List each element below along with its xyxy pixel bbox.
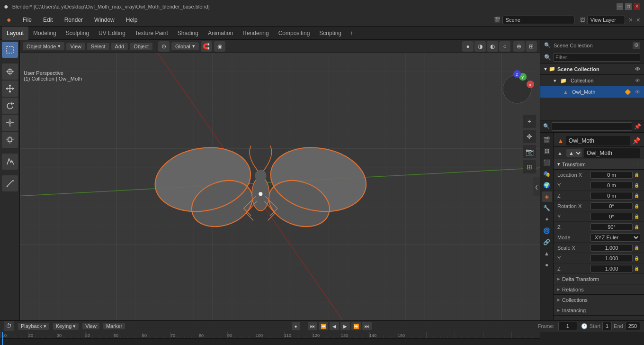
pan-button[interactable]: ✥: [523, 130, 536, 143]
view-menu-timeline-button[interactable]: View: [82, 323, 99, 329]
jump-back-button[interactable]: ⏪: [319, 322, 328, 330]
pin-object-icon[interactable]: 📌: [632, 137, 640, 145]
properties-search-input[interactable]: [552, 122, 632, 131]
rotation-mode-select[interactable]: XYZ Euler: [590, 233, 640, 242]
object-mode-dropdown[interactable]: Object Mode ▾: [23, 42, 64, 50]
location-y-lock-icon[interactable]: 🔒: [633, 183, 640, 188]
view-layer-selector[interactable]: [587, 16, 625, 24]
location-x-lock-icon[interactable]: 🔒: [633, 172, 640, 177]
select-menu-button[interactable]: Select: [87, 43, 109, 50]
data-type-dropdown[interactable]: ▲: [566, 149, 582, 157]
measure-tool-button[interactable]: [2, 175, 18, 191]
rotation-y-lock-icon[interactable]: 🔒: [633, 214, 640, 219]
scene-collection-row[interactable]: ▾ 📁 Scene Collection 👁: [540, 64, 644, 75]
object-menu-button[interactable]: Object: [130, 43, 152, 50]
move-tool-button[interactable]: [2, 81, 18, 97]
timeline-body[interactable]: 10 20 30 40 50 60 70 80 90 100 110 120 1…: [0, 332, 644, 345]
location-x-value[interactable]: 0 m: [590, 171, 633, 179]
add-workspace-button[interactable]: +: [346, 30, 357, 36]
scale-x-lock-icon[interactable]: 🔒: [633, 245, 640, 250]
tab-layout[interactable]: Layout: [2, 27, 28, 40]
outliner-owl-moth-item[interactable]: ▲ Owl_Moth 🔶 👁: [540, 86, 644, 98]
transform-space-button[interactable]: Global ▾: [171, 42, 199, 50]
delta-transform-section[interactable]: ▸ Delta Transform: [554, 274, 644, 284]
play-indicator-button[interactable]: ●: [292, 322, 300, 330]
scale-tool-button[interactable]: [2, 115, 18, 131]
maximize-button[interactable]: □: [625, 3, 632, 10]
material-properties-icon[interactable]: ●: [542, 260, 552, 270]
zoom-in-button[interactable]: +: [523, 115, 536, 128]
viewport-shading-rendered[interactable]: ◐: [487, 41, 498, 52]
tab-texture-paint[interactable]: Texture Paint: [130, 27, 173, 40]
outliner-filter-button[interactable]: ⚙: [633, 42, 640, 49]
viewport-collapse-button[interactable]: ❮: [533, 177, 540, 196]
viewport-overlays-button[interactable]: ⊕: [513, 41, 525, 52]
rotation-x-lock-icon[interactable]: 🔒: [633, 204, 640, 209]
collections-section[interactable]: ▸ Collections: [554, 295, 644, 305]
tab-shading[interactable]: Shading: [173, 27, 203, 40]
keying-menu-button[interactable]: Keying ▾: [53, 323, 79, 330]
pin-icon[interactable]: 📌: [634, 123, 641, 130]
minimize-button[interactable]: —: [617, 3, 623, 10]
jump-start-button[interactable]: ⏮: [308, 322, 317, 330]
render-properties-icon[interactable]: 🎬: [542, 135, 552, 145]
physics-properties-icon[interactable]: 🌀: [542, 226, 552, 236]
data-properties-icon[interactable]: ▲: [542, 248, 552, 259]
outliner-collection-item[interactable]: ▾ 📁 Collection 👁: [540, 75, 644, 86]
play-button[interactable]: ▶: [340, 322, 350, 330]
viewport-shading-material[interactable]: ◑: [474, 41, 486, 52]
close-button[interactable]: ×: [634, 3, 640, 10]
collection-eye-icon[interactable]: 👁: [635, 78, 640, 83]
menu-help[interactable]: Help: [123, 16, 141, 24]
viewport[interactable]: Object Mode ▾ View Select Add Object ⊙ G…: [20, 40, 540, 320]
rotation-y-value[interactable]: 0°: [590, 213, 633, 220]
data-name-input[interactable]: [584, 148, 640, 158]
object-properties-icon[interactable]: ◈: [542, 191, 552, 202]
tab-sculpting[interactable]: Sculpting: [61, 27, 94, 40]
tab-scripting[interactable]: Scripting: [314, 27, 346, 40]
rotation-z-value[interactable]: 90°: [590, 223, 633, 231]
marker-menu-button[interactable]: Marker: [103, 323, 125, 329]
tab-animation[interactable]: Animation: [203, 27, 238, 40]
output-properties-icon[interactable]: 🖼: [542, 146, 552, 156]
object-name-input[interactable]: [566, 136, 630, 145]
location-z-lock-icon[interactable]: 🔒: [633, 193, 640, 198]
menu-blender[interactable]: ●: [4, 15, 14, 25]
viewport-shading-wire[interactable]: ○: [499, 41, 510, 52]
snapping-icon[interactable]: 🧲: [201, 41, 212, 52]
location-y-value[interactable]: 0 m: [590, 182, 633, 189]
cursor-tool-button[interactable]: [2, 64, 18, 80]
world-properties-icon[interactable]: 🌍: [542, 180, 552, 191]
select-tool-button[interactable]: [2, 42, 18, 58]
scene-collection-eye-icon[interactable]: 👁: [635, 66, 640, 72]
transform-options-icon[interactable]: ⋮⋮: [631, 162, 640, 167]
jump-forward-button[interactable]: ⏩: [351, 322, 361, 330]
menu-window[interactable]: Window: [91, 16, 117, 24]
tab-uv-editing[interactable]: UV Editing: [94, 27, 130, 40]
scale-z-lock-icon[interactable]: 🔒: [633, 266, 640, 271]
playhead[interactable]: [2, 332, 3, 345]
relations-section[interactable]: ▸ Relations: [554, 284, 644, 295]
tab-modeling[interactable]: Modeling: [28, 27, 61, 40]
end-frame-input[interactable]: 250: [625, 322, 640, 330]
jump-end-button[interactable]: ⏭: [362, 322, 372, 330]
location-z-value[interactable]: 0 m: [590, 192, 633, 200]
viewport-canvas[interactable]: User Perspective (1) Collection | Owl_Mo…: [20, 53, 540, 320]
playback-menu-button[interactable]: Playback ▾: [18, 323, 49, 330]
constraints-icon[interactable]: 🔗: [542, 237, 552, 247]
particle-properties-icon[interactable]: ✦: [542, 214, 552, 225]
viewport-shading-solid[interactable]: ●: [462, 41, 474, 52]
transform-tool-button[interactable]: [2, 132, 18, 148]
menu-render[interactable]: Render: [62, 16, 86, 24]
rotation-x-value[interactable]: 0°: [590, 202, 633, 210]
viewport-lock-button[interactable]: ⊞: [523, 160, 536, 173]
current-frame-display[interactable]: 1: [558, 322, 577, 330]
view-menu-button[interactable]: View: [66, 43, 85, 50]
camera-view-button[interactable]: 📷: [523, 145, 536, 158]
instancing-section[interactable]: ▸ Instancing: [554, 305, 644, 316]
scale-y-value[interactable]: 1.000: [590, 254, 633, 262]
gizmo-button[interactable]: ⊞: [526, 41, 537, 52]
transform-section-header[interactable]: ▾ Transform ⋮⋮: [554, 159, 644, 170]
scale-z-value[interactable]: 1.000: [590, 265, 633, 272]
tab-rendering[interactable]: Rendering: [238, 27, 273, 40]
